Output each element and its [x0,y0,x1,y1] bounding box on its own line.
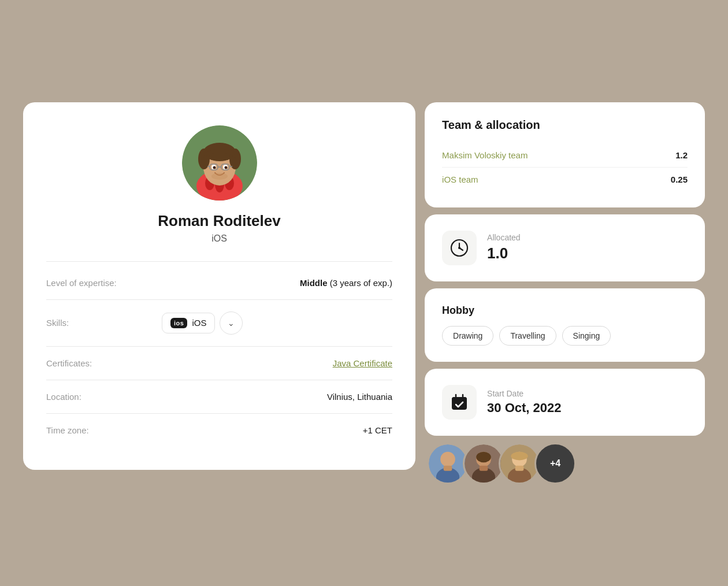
start-date-value: 30 Oct, 2022 [487,400,561,416]
team-rows: Maksim Voloskiy team 1.2 iOS team 0.25 [442,143,688,191]
certificates-value: Java Certificate [162,358,392,368]
expertise-value: Middle (3 years of exp.) [162,278,392,288]
skills-expand-button[interactable]: ⌄ [220,311,243,335]
hobby-card: Hobby Drawing Travelling Singing [425,288,705,362]
allocated-label: Allocated [487,233,521,242]
team-allocation-card: Team & allocation Maksim Voloskiy team 1… [425,102,705,207]
svg-point-13 [224,166,227,169]
calendar-check-icon [450,393,469,411]
team-value-0: 1.2 [675,150,688,160]
start-date-content: Start Date 30 Oct, 2022 [442,385,688,420]
team-row-1: iOS team 0.25 [442,168,688,191]
team-allocation-title: Team & allocation [442,118,688,132]
allocated-content: Allocated 1.0 [442,231,688,265]
hobby-tag-2: Singing [562,326,611,346]
svg-rect-31 [444,465,452,470]
team-value-1: 0.25 [671,175,688,184]
location-value: Vilnius, Lithuania [162,392,392,402]
svg-rect-25 [452,397,467,402]
timezone-value: +1 CET [162,425,392,435]
skills-container: ios iOS ⌄ [162,311,243,335]
certificates-row: Certificates: Java Certificate [46,347,392,380]
expertise-row: Level of expertise: Middle (3 years of e… [46,266,392,300]
profile-card: Roman Roditelev iOS Level of expertise: … [23,102,415,470]
skill-tag-ios: ios iOS [162,313,215,333]
skills-row: Skills: ios iOS ⌄ [46,300,392,347]
svg-point-23 [458,247,460,249]
skill-icon-ios: ios [170,318,187,328]
svg-rect-35 [480,465,488,470]
allocated-info: Allocated 1.0 [487,233,521,262]
svg-point-19 [211,173,228,180]
certificate-link[interactable]: Java Certificate [333,358,392,368]
hobby-tags: Drawing Travelling Singing [442,326,688,346]
hobby-tag-1: Travelling [499,326,556,346]
expertise-label: Level of expertise: [46,278,162,288]
skill-name-ios: iOS [192,318,206,328]
team-row-0: Maksim Voloskiy team 1.2 [442,143,688,168]
svg-point-29 [440,451,455,466]
team-name-1: iOS team [442,175,478,184]
svg-point-36 [476,451,491,462]
right-column: Team & allocation Maksim Voloskiy team 1… [425,102,705,484]
start-date-card: Start Date 30 Oct, 2022 [425,369,705,436]
date-info: Start Date 30 Oct, 2022 [487,389,561,416]
hobby-tag-0: Drawing [442,326,493,346]
team-avatar-more: +4 [534,443,576,484]
skills-label: Skills: [46,318,162,328]
avatar [182,125,257,201]
timezone-row: Time zone: +1 CET [46,414,392,447]
allocated-icon-wrapper [442,231,477,265]
profile-header: Roman Roditelev iOS [46,125,392,262]
svg-rect-40 [515,465,524,470]
certificates-label: Certificates: [46,358,162,368]
clock-icon [450,238,469,258]
svg-point-12 [213,166,216,169]
allocated-card: Allocated 1.0 [425,214,705,281]
allocated-value: 1.0 [487,244,521,262]
location-row: Location: Vilnius, Lithuania [46,380,392,414]
team-name-0: Maksim Voloskiy team [442,150,528,160]
main-container: Roman Roditelev iOS Level of expertise: … [23,102,705,484]
start-date-label: Start Date [487,389,561,398]
date-icon-wrapper [442,385,477,420]
svg-point-41 [511,451,528,460]
location-label: Location: [46,392,162,402]
team-avatars: +4 [425,443,705,484]
person-name: Roman Roditelev [158,212,280,230]
info-rows: Level of expertise: Middle (3 years of e… [46,266,392,447]
person-role: iOS [211,233,227,244]
timezone-label: Time zone: [46,425,162,435]
hobby-title: Hobby [442,305,688,317]
